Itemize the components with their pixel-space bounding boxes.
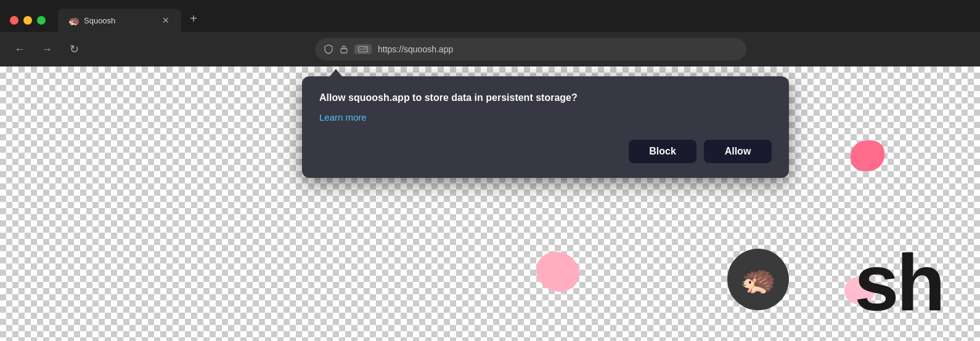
permission-popup: Allow squoosh.app to store data in persi… (302, 76, 789, 178)
address-bar[interactable]: https://squoosh.app (315, 38, 746, 60)
back-button[interactable]: ← (10, 39, 30, 59)
maximize-window-button[interactable] (37, 16, 46, 25)
tab-close-icon[interactable]: ✕ (160, 15, 171, 26)
popup-buttons: Block Allow (319, 140, 772, 163)
svg-point-3 (365, 47, 366, 49)
popup-tail (330, 69, 342, 76)
minimize-window-button[interactable] (23, 16, 32, 25)
permission-message: Allow squoosh.app to store data in persi… (319, 91, 772, 105)
lock-icon (340, 45, 348, 54)
main-content: 🦔 sh Allow squoosh.app to store data in … (0, 66, 980, 341)
reload-button[interactable]: ↻ (64, 39, 84, 59)
window-controls (10, 16, 46, 25)
close-window-button[interactable] (10, 16, 18, 25)
url-text: https://squoosh.app (378, 44, 738, 54)
storage-icon (354, 44, 372, 54)
allow-button[interactable]: Allow (704, 140, 772, 163)
decorative-blob-1 (851, 140, 884, 171)
tab-bar: 🦔 Squoosh ✕ + (0, 0, 980, 32)
forward-button[interactable]: → (37, 39, 57, 59)
tab-favicon-icon: 🦔 (68, 15, 79, 26)
block-button[interactable]: Block (629, 140, 696, 163)
new-tab-button[interactable]: + (184, 9, 203, 28)
shield-icon (324, 44, 333, 54)
learn-more-link[interactable]: Learn more (319, 112, 367, 122)
svg-rect-0 (341, 49, 347, 53)
squoosh-title-text: sh (854, 236, 943, 329)
browser-chrome: 🦔 Squoosh ✕ + ← → ↻ (0, 0, 980, 66)
squoosh-logo: 🦔 (727, 249, 789, 310)
address-bar-row: ← → ↻ (0, 32, 980, 66)
logo-emoji: 🦔 (740, 262, 777, 297)
decorative-blob-2 (536, 252, 579, 292)
tab-title: Squoosh (84, 16, 155, 25)
active-tab[interactable]: 🦔 Squoosh ✕ (58, 9, 181, 32)
